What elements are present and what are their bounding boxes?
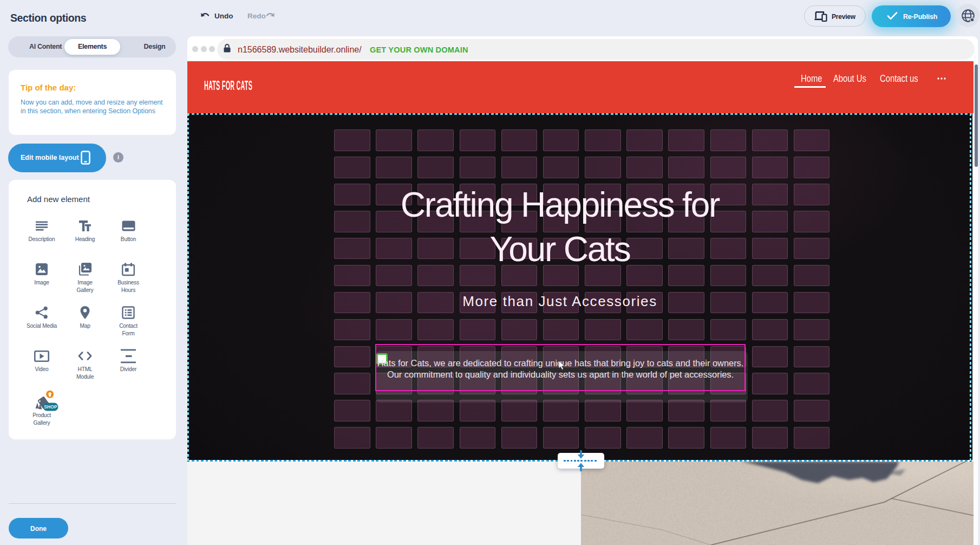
svg-text:SHOP: SHOP	[44, 404, 57, 410]
